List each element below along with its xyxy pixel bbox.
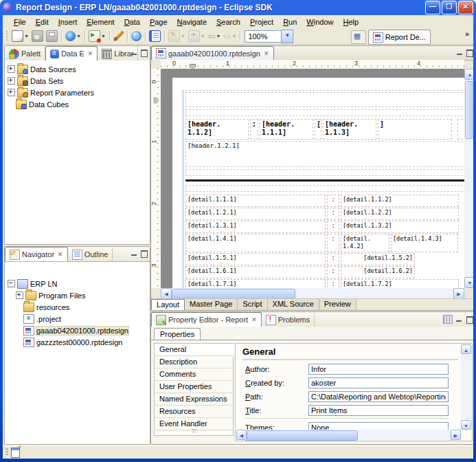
restore-button[interactable]: ❐ <box>442 1 457 14</box>
tab-properties[interactable]: Properties <box>154 328 201 340</box>
menu-project[interactable]: Project <box>246 16 277 28</box>
layout-canvas[interactable]: [header. 1.1.2] : [header. 1.1.1] [ [hea… <box>161 69 464 288</box>
tab-layout[interactable]: Layout <box>151 299 185 310</box>
perspective-overflow-chevron[interactable]: » <box>464 30 471 43</box>
view-report-button[interactable]: ▼ <box>88 30 106 43</box>
forward-button[interactable]: ⇨▼ <box>223 30 238 42</box>
menu-run[interactable]: Run <box>279 16 301 28</box>
tree-item-dot-project[interactable]: .project <box>5 313 150 324</box>
new-report-button[interactable]: ▼ <box>65 30 82 42</box>
perspective-report-design-button[interactable]: Report De... <box>368 30 431 45</box>
header-cell[interactable]: : <box>250 119 258 140</box>
minimize-view-icon[interactable] <box>455 316 463 323</box>
menu-help[interactable]: Help <box>339 16 363 28</box>
scroll-up-icon[interactable]: ▲ <box>464 69 473 80</box>
detail-cell[interactable]: [detail.1.6.2] <box>341 266 415 278</box>
editor-horizontal-scrollbar[interactable]: ◀ ▶ <box>161 288 464 299</box>
category-named-expressions[interactable]: Named Expressions <box>155 393 233 406</box>
path-input[interactable] <box>308 391 449 402</box>
new-wizard-button[interactable]: ▼ <box>11 30 30 43</box>
detail-cell[interactable]: [detail. 1.4.2] <box>341 234 389 252</box>
detail-cell[interactable]: : <box>327 195 339 207</box>
margin-marker[interactable] <box>154 98 159 104</box>
detail-cell[interactable]: [detail.1.1.1] <box>185 195 326 207</box>
header-band-cell[interactable]: [header.1.2.1] <box>185 141 464 167</box>
detail-cell[interactable]: [detail.1.3.1] <box>185 221 326 233</box>
close-tab-icon[interactable]: ✕ <box>88 50 93 57</box>
detail-cell[interactable]: [detail.1.3.2] <box>341 221 459 233</box>
tab-xml-source[interactable]: XML Source <box>268 299 319 310</box>
zoom-dropdown-icon[interactable]: ▼ <box>282 30 293 43</box>
collapse-icon[interactable] <box>8 280 15 287</box>
menu-page[interactable]: Page <box>146 16 172 28</box>
detail-cell[interactable]: : <box>327 234 339 252</box>
detail-cell[interactable]: [detail.1.1.2] <box>341 195 459 207</box>
scroll-left-icon[interactable]: ◀ <box>236 430 247 440</box>
empty-band[interactable] <box>185 109 464 116</box>
category-general[interactable]: General <box>155 344 234 356</box>
scroll-left-icon[interactable]: ◀ <box>161 288 172 299</box>
detail-cell[interactable]: : <box>327 279 339 288</box>
minimize-button[interactable]: — <box>425 1 440 14</box>
detail-cell[interactable]: [detail.1.4.3] <box>391 234 458 252</box>
tab-script[interactable]: Script <box>238 299 267 310</box>
tab-data-explorer[interactable]: Data E✕ <box>45 46 98 60</box>
detail-cell[interactable]: [detail.1.4.1] <box>185 234 326 252</box>
scrollbar-thumb[interactable] <box>465 81 473 139</box>
header-cell[interactable] <box>457 119 464 140</box>
close-tab-icon[interactable]: ✕ <box>251 316 257 323</box>
category-scroll-down-icon[interactable]: ▽ <box>155 428 233 434</box>
minimize-editor-icon[interactable] <box>456 49 464 56</box>
tab-problems[interactable]: Problems <box>262 313 315 327</box>
menu-file[interactable]: File <box>10 16 30 28</box>
tree-item-program-files[interactable]: Program Files <box>5 289 150 301</box>
category-user-properties[interactable]: User Properties <box>155 381 233 393</box>
scroll-down-icon[interactable]: ▼ <box>461 420 471 430</box>
tree-item-project[interactable]: ERP LN <box>5 278 150 289</box>
scroll-down-icon[interactable]: ▼ <box>464 277 473 288</box>
header-cell[interactable]: [header. 1.1.2] <box>185 119 249 140</box>
tab-master-page[interactable]: Master Page <box>185 299 238 310</box>
tab-preview[interactable]: Preview <box>319 299 356 310</box>
editor-tab[interactable]: gaaab042001000.rptdesign ✕ <box>151 46 274 60</box>
tree-item-gaaab-rptdesign[interactable]: gaaab042001000.rptdesign <box>5 324 150 336</box>
separator-line[interactable] <box>185 179 464 182</box>
detail-cell[interactable]: [detail.1.7.1] <box>185 279 326 288</box>
title-bar[interactable]: Report Design - ERP LN/gaaab042001000.rp… <box>0 0 476 15</box>
report-page[interactable]: [header. 1.1.2] : [header. 1.1.1] [ [hea… <box>172 78 464 288</box>
detail-cell[interactable]: [detail.1.5.1] <box>185 253 326 265</box>
tab-navigator[interactable]: Navigator✕ <box>5 247 68 261</box>
tree-item-resources[interactable]: resources <box>5 301 150 313</box>
scrollbar-thumb[interactable] <box>247 430 358 441</box>
report-table[interactable]: [header. 1.1.2] : [header. 1.1.1] [ [hea… <box>182 90 464 288</box>
menu-insert[interactable]: Insert <box>54 16 82 28</box>
menu-window[interactable]: Window <box>302 16 337 28</box>
author-input[interactable] <box>308 364 449 375</box>
open-resource-button[interactable] <box>148 30 161 43</box>
tree-item-report-parameters[interactable]: Report Parameters <box>5 87 150 98</box>
detail-cell[interactable]: [detail.1.6.1] <box>185 266 326 278</box>
detail-cell[interactable]: : <box>327 266 339 278</box>
empty-band[interactable] <box>185 185 464 192</box>
detail-cell[interactable]: [detail.1.5.2] <box>341 253 415 265</box>
created-by-input[interactable] <box>308 377 449 388</box>
header-cell[interactable]: [header. 1.1.3] <box>323 119 376 140</box>
maximize-view-icon[interactable] <box>140 250 148 257</box>
minimize-view-icon[interactable] <box>131 250 138 257</box>
tree-item-gazzztest-rptdesign[interactable]: gazzztest00000.rptdesign <box>5 336 150 348</box>
back-button[interactable]: ⇦▼ <box>207 30 222 42</box>
detail-cell[interactable]: [detail.1.2.2] <box>341 208 459 220</box>
header-cell[interactable]: [ <box>315 119 321 140</box>
detail-cell[interactable]: : <box>327 208 339 220</box>
tree-item-data-cubes[interactable]: Data Cubes <box>5 98 150 110</box>
header-cell[interactable]: [header. 1.1.1] <box>260 119 313 140</box>
menu-navigate[interactable]: Navigate <box>173 16 211 28</box>
empty-band[interactable] <box>185 92 464 107</box>
print-button[interactable] <box>45 30 58 43</box>
scroll-up-icon[interactable]: ▲ <box>461 344 471 354</box>
zoom-value[interactable]: 100% <box>245 30 282 43</box>
menu-element[interactable]: Element <box>82 16 118 28</box>
zoom-combo[interactable]: 100% ▼ <box>245 30 293 43</box>
menu-data[interactable]: Data <box>120 16 144 28</box>
next-annotation-button[interactable]: ▼ <box>188 30 206 43</box>
